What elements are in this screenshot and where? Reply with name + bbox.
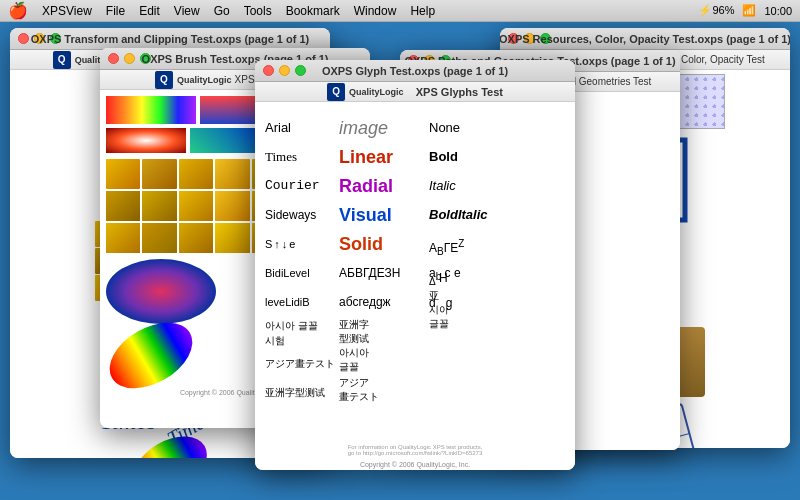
glyph-courier: Courier xyxy=(265,173,337,199)
menu-edit[interactable]: Edit xyxy=(133,0,166,22)
asian-col3: 亚시아글꼴 xyxy=(429,289,565,344)
resources-titlebar: OXPS Resources, Color, Opacity Test.oxps… xyxy=(500,28,790,50)
menu-view[interactable]: View xyxy=(168,0,206,22)
glyph-subtitlebar: Q QualityLogic XPS Glyphs Test xyxy=(255,82,575,102)
brushes-close[interactable] xyxy=(108,53,119,64)
bee-thumb-11 xyxy=(106,223,140,253)
weight-bolditalic: BoldItalic xyxy=(429,202,565,228)
bee-thumb-3 xyxy=(179,159,213,189)
glyph-qualitylogic: Q QualityLogic xyxy=(327,83,404,101)
glyph-content: Arial Times Courier Sideways S↑↓e BidiLe… xyxy=(255,102,575,470)
radial-grad xyxy=(106,128,186,153)
rainbow-grad-h xyxy=(106,96,196,124)
wifi-icon: 📶 xyxy=(742,4,756,17)
glyph-titlebar: OXPS Glyph Test.oxps (page 1 of 1) xyxy=(255,60,575,82)
bee-thumb-1 xyxy=(106,159,140,189)
glyph-cyrillic-2: абсгедgж xyxy=(339,289,427,315)
menubar-left: 🍎 XPSView File Edit View Go Tools Bookma… xyxy=(8,0,441,22)
bee-thumb-8 xyxy=(179,191,213,221)
glyph-inner: Arial Times Courier Sideways S↑↓e BidiLe… xyxy=(261,108,569,464)
brushes-qual-name: QualityLogic xyxy=(177,75,232,85)
glyph-japanese-vert: アジア畫テスト xyxy=(339,376,427,406)
sub-sup-chars: ab c ed g xyxy=(429,260,565,286)
battery-status: ⚡96% xyxy=(698,4,734,17)
bee-thumb-9 xyxy=(215,191,249,221)
glyph-chinese-vert: 亚洲字型测试아시아글꼴 xyxy=(339,318,427,373)
diag-grad xyxy=(190,128,260,153)
menu-file[interactable]: File xyxy=(100,0,131,22)
bee-thumb-13 xyxy=(179,223,213,253)
menubar-right: ⚡96% 📶 10:00 xyxy=(698,4,792,17)
menu-go[interactable]: Go xyxy=(208,0,236,22)
glyph-chinese: 亚洲字型测试 xyxy=(265,380,337,406)
glyph-font-names: Arial Times Courier Sideways S↑↓e BidiLe… xyxy=(265,113,337,459)
menubar: 🍎 XPSView File Edit View Go Tools Bookma… xyxy=(0,0,800,22)
brushes-qual-q: Q xyxy=(155,71,173,89)
glyph-title: OXPS Glyph Test.oxps (page 1 of 1) xyxy=(322,65,508,77)
close-button[interactable] xyxy=(18,33,29,44)
menu-xpsview[interactable]: XPSView xyxy=(36,0,98,22)
greek-chars: ΑΒΓΕZΔ Η xyxy=(429,231,565,257)
glyph-arial: Arial xyxy=(265,115,337,141)
menu-window[interactable]: Window xyxy=(348,0,403,22)
menu-bookmark[interactable]: Bookmark xyxy=(280,0,346,22)
glyph-traffic-lights[interactable] xyxy=(263,65,306,76)
qual-q-mark: Q xyxy=(53,51,71,69)
glyph-samples: image Linear Radial Visual Solid АБВГДЕЗ… xyxy=(339,113,427,459)
bee-thumb-7 xyxy=(142,191,176,221)
glyph-linear: Linear xyxy=(339,144,427,170)
apple-menu[interactable]: 🍎 xyxy=(8,1,28,20)
glyph-solid: Solid xyxy=(339,231,427,257)
bee-thumb-4 xyxy=(215,159,249,189)
glyph-image: image xyxy=(339,115,427,141)
menu-help[interactable]: Help xyxy=(404,0,441,22)
bee-thumb-6 xyxy=(106,191,140,221)
weight-italic: Italic xyxy=(429,173,565,199)
clock: 10:00 xyxy=(764,5,792,17)
weight-none: None xyxy=(429,115,565,141)
glyph-visual: Visual xyxy=(339,202,427,228)
weight-bold: Bold xyxy=(429,144,565,170)
glyph-times: Times xyxy=(265,144,337,170)
glyph-copyright: Copyright © 2006 QualityLogic, Inc. xyxy=(259,461,571,468)
glyph-sideup: S↑↓e xyxy=(265,231,337,257)
glyph-qual-name: QualityLogic xyxy=(349,87,404,97)
vert-grad xyxy=(200,96,260,124)
glyph-cyrillic-1: АБВГДЕЗН xyxy=(339,260,427,286)
glyph-weights: None Bold Italic BoldItalic ΑΒΓΕZΔ Η ab … xyxy=(429,113,565,459)
transform-titlebar: OXPS Transform and Clipping Test.oxps (p… xyxy=(10,28,330,50)
glyph-close[interactable] xyxy=(263,65,274,76)
glyph-korean: 아시아 글꼴시험 xyxy=(265,318,337,348)
menu-tools[interactable]: Tools xyxy=(238,0,278,22)
bee-thumb-2 xyxy=(142,159,176,189)
glyph-sideways-label: Sideways xyxy=(265,202,337,228)
brushes-minimize[interactable] xyxy=(124,53,135,64)
glyph-maximize[interactable] xyxy=(295,65,306,76)
glyph-qual-q: Q xyxy=(327,83,345,101)
resources-title: OXPS Resources, Color, Opacity Test.oxps… xyxy=(500,33,790,45)
glyph-japanese: アジア畫テスト xyxy=(265,351,337,377)
glyph-levelidib: leveLidiB xyxy=(265,289,337,315)
bee-thumb-14 xyxy=(215,223,249,253)
glyph-info: For information on QualityLogic XPS test… xyxy=(259,444,571,456)
glyph-window: OXPS Glyph Test.oxps (page 1 of 1) Q Qua… xyxy=(255,60,575,470)
bee-thumb-12 xyxy=(142,223,176,253)
glyph-subtitle: XPS Glyphs Test xyxy=(416,86,503,98)
glyph-bidilevel: BidiLevel xyxy=(265,260,337,286)
transform-title: OXPS Transform and Clipping Test.oxps (p… xyxy=(31,33,310,45)
glyph-radial: Radial xyxy=(339,173,427,199)
brushes-qualitylogic: Q QualityLogic xyxy=(155,71,232,89)
glyph-minimize[interactable] xyxy=(279,65,290,76)
oval-gradient-brushes xyxy=(106,259,216,324)
